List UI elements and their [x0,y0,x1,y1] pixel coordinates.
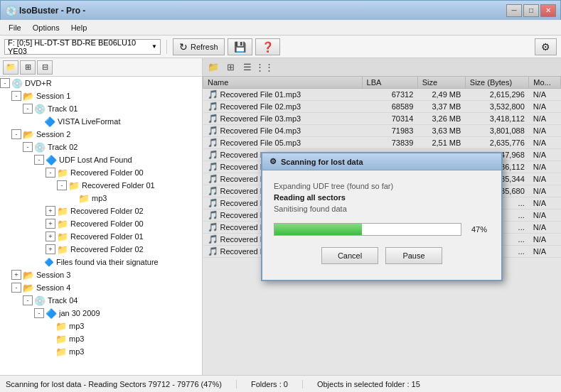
dialog-body: Expanding UDF tree (found so far) Readin… [262,170,501,280]
tree-node-track04[interactable]: - 💿 Track 04 [0,294,202,307]
expand-icon[interactable]: - [46,168,55,178]
tree-node-recfolder02b[interactable]: + 📁 Recovered Folder 02 [0,243,202,256]
refresh-button[interactable]: ↻ Refresh [173,38,225,55]
expand-icon[interactable]: - [0,78,10,88]
udf-icon2: 🔷 [46,155,57,165]
tree-label-mp3c: mp3 [69,334,84,343]
expand-icon[interactable]: + [11,270,21,280]
folder-icon: 📁 [57,219,68,229]
maximize-button[interactable]: □ [523,4,539,17]
tree-label-session2: Session 2 [36,130,70,138]
help-button[interactable]: ❓ [255,38,280,55]
expand-icon[interactable]: + [46,244,55,254]
tree-label-recfolder00b: Recovered Folder 00 [70,219,144,228]
drive-selector[interactable]: F: [0;5] HL-DT-ST BD-RE BE06LU10 YE03 ▼ [4,39,161,55]
session2-icon: 📂 [23,129,34,140]
scanning-dialog: ⚙ Scanning for lost data Expanding UDF t… [261,152,503,281]
sig-icon: 🔷 [44,258,54,267]
tree-label-session1: Session 1 [36,92,70,100]
main-toolbar: F: [0;5] HL-DT-ST BD-RE BE06LU10 YE03 ▼ … [0,36,561,58]
session-icon: 📂 [23,91,34,102]
tree-label-recfolder01b: Recovered Folder 01 [70,232,144,241]
session4-icon: 📂 [23,283,34,293]
left-panel: 📁 ⊞ ⊟ - 💿 DVD+R - 📂 Session 1 [0,58,203,375]
expand-icon[interactable]: + [46,219,55,229]
tree-toolbar: 📁 ⊞ ⊟ [0,58,202,77]
expand-icon[interactable]: - [11,283,21,293]
menu-options[interactable]: Options [27,22,65,33]
jan-icon: 🔷 [46,308,57,319]
progress-pct: 47% [471,223,487,236]
tree-node-mp3b[interactable]: 📁 mp3 [0,320,202,332]
tree-node-session2[interactable]: - 📂 Session 2 [0,128,202,141]
close-button[interactable]: ✕ [540,4,556,17]
folder-icon: 📁 [68,180,80,191]
tree-node-recfolder01a[interactable]: - 📁 Recovered Folder 01 [0,179,202,192]
minimize-button[interactable]: ─ [506,4,522,17]
pause-button[interactable]: Pause [385,247,442,264]
expand-icon[interactable]: + [46,232,55,241]
menu-bar: File Options Help [0,20,561,36]
udf-icon: 🔷 [44,116,55,127]
tree-node-session3[interactable]: + 📂 Session 3 [0,268,202,281]
status-objects: Objects in selected folder : 15 [317,380,420,388]
window-controls: ─ □ ✕ [506,4,556,17]
tree-node-jan30[interactable]: - 🔷 jan 30 2009 [0,307,202,320]
tree-node-mp3d[interactable]: 📁 mp3 [0,345,202,358]
tree-collapse-button[interactable]: 📁 [3,60,18,75]
app-icon: 💿 [5,5,16,16]
tree-node-recfolder01b[interactable]: + 📁 Recovered Folder 01 [0,230,202,243]
menu-help[interactable]: Help [65,22,93,33]
track04-icon: 💿 [34,295,46,306]
expand-icon[interactable]: - [23,295,33,305]
gear-icon: ⚙ [541,41,550,53]
tree-node-track02[interactable]: - 💿 Track 02 [0,141,202,153]
help-icon: ❓ [262,41,274,53]
cancel-button[interactable]: Cancel [321,247,378,264]
tree-node-recfolder00a[interactable]: - 📁 Recovered Folder 00 [0,166,202,179]
app-title: IsoBuster - Pro - [19,6,506,16]
tree-node-mp3a[interactable]: 📁 mp3 [0,192,202,205]
expand-icon[interactable]: - [23,142,33,152]
disc-icon: 💿 [11,78,23,89]
dialog-msg3: Sanitising found data [274,205,490,213]
tree-node-mp3c[interactable]: 📁 mp3 [0,332,202,345]
extract-button[interactable]: 💾 [228,38,252,55]
expand-icon[interactable]: - [11,129,21,139]
expand-icon[interactable]: - [57,180,67,190]
tree-collapse-all-button[interactable]: ⊟ [37,60,53,75]
tree-node-dvd[interactable]: - 💿 DVD+R [0,77,202,89]
expand-icon[interactable]: - [11,91,21,101]
folder-icon: 📁 [57,232,68,242]
expand-icon[interactable]: - [23,104,33,114]
tree-node-filesig[interactable]: 🔷 Files found via their signature [0,256,202,268]
tree-label-vista: VISTA LiveFormat [58,117,120,126]
status-bar: Scanning for lost data - Reading Sectors… [0,375,561,392]
tree-expand-all-button[interactable]: ⊞ [20,60,36,75]
tree-label-recfolder02b: Recovered Folder 02 [70,245,144,254]
tree-label-session3: Session 3 [36,271,70,279]
progress-bar-outer [274,223,461,236]
tree-node-udf[interactable]: - 🔷 UDF Lost And Found [0,153,202,166]
menu-file[interactable]: File [3,22,27,33]
tree: - 💿 DVD+R - 📂 Session 1 - 💿 Track 01 [0,77,202,358]
tree-label-session4: Session 4 [36,283,70,292]
tree-label-recfolder01a: Recovered Folder 01 [82,181,155,190]
tree-node-session1[interactable]: - 📂 Session 1 [0,89,202,102]
expand-icon[interactable]: + [46,206,55,216]
toolbar-separator [166,40,167,54]
tree-node-session4[interactable]: - 📂 Session 4 [0,281,202,294]
settings-button[interactable]: ⚙ [535,38,557,55]
track-icon: 💿 [34,104,46,114]
dialog-title: ⚙ Scanning for lost data [262,153,501,170]
title-bar: 💿 IsoBuster - Pro - ─ □ ✕ [0,0,561,20]
track02-icon: 💿 [34,142,46,153]
expand-icon[interactable]: - [34,155,44,165]
tree-node-vista[interactable]: 🔷 VISTA LiveFormat [0,115,202,128]
tree-node-recfolder00b[interactable]: + 📁 Recovered Folder 00 [0,217,202,230]
expand-icon[interactable]: - [34,308,44,318]
tree-node-track01[interactable]: - 💿 Track 01 [0,102,202,115]
tree-label-mp3a: mp3 [92,194,107,202]
progress-row: 47% [274,223,490,239]
tree-node-recfolder02a[interactable]: + 📁 Recovered Folder 02 [0,205,202,217]
